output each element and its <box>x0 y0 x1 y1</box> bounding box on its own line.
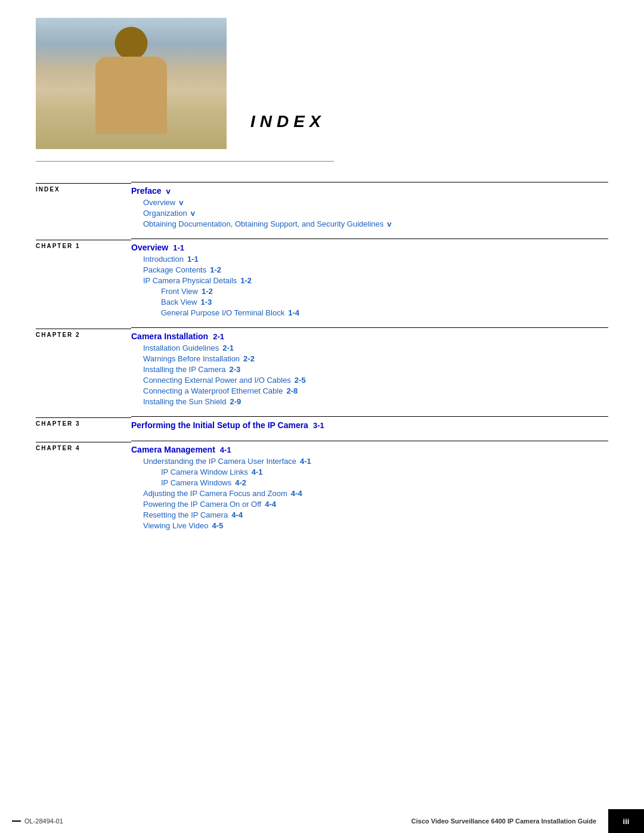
preface-title[interactable]: Preface <box>131 186 162 196</box>
obtaining-page: v <box>387 219 391 228</box>
ch3-title-line: Performing the Initial Setup of the IP C… <box>131 416 608 430</box>
warnings-link[interactable]: Warnings Before Installation <box>143 354 240 363</box>
ch1-content: Overview 1-1 Introduction 1-1 Package Co… <box>131 239 608 319</box>
ch2-title-line: Camera Installation 2-1 <box>131 327 608 341</box>
toc-sub-package: Package Contents 1-2 <box>131 265 608 274</box>
ch2-title[interactable]: Camera Installation <box>131 332 208 341</box>
ch3-title[interactable]: Performing the Initial Setup of the IP C… <box>131 420 308 430</box>
ch1-title[interactable]: Overview <box>131 243 168 252</box>
footer-page-number: iii <box>623 817 630 826</box>
header-image <box>36 18 227 149</box>
install-guidelines-link[interactable]: Installation Guidelines <box>143 343 219 352</box>
warnings-page: 2-2 <box>243 354 255 363</box>
ch2-content: Camera Installation 2-1 Installation Gui… <box>131 327 608 408</box>
ch1-label: Chapter 1 <box>36 239 131 319</box>
front-link[interactable]: Front View <box>161 287 198 296</box>
ch1-title-line: Overview 1-1 <box>131 239 608 252</box>
install-guidelines-page: 2-1 <box>222 343 234 352</box>
preface-title-line: Preface v <box>131 182 608 196</box>
intro-page: 1-1 <box>187 255 199 264</box>
ch2-page: 2-1 <box>213 332 224 341</box>
ch4-page: 4-1 <box>220 445 231 454</box>
back-link[interactable]: Back View <box>161 298 197 306</box>
windows-page: 4-2 <box>235 478 246 487</box>
person-image <box>36 18 227 149</box>
ch2-entry: Camera Installation 2-1 <box>131 327 608 341</box>
ch2-label-line: Chapter 2 <box>36 329 131 338</box>
footer-center: Cisco Video Surveillance 6400 IP Camera … <box>119 817 608 825</box>
live-video-link[interactable]: Viewing Live Video <box>143 521 208 530</box>
toc-sub-front: Front View 1-2 <box>131 287 608 296</box>
toc-sub-window-links: IP Camera Window Links 4-1 <box>131 467 608 476</box>
toc-sub-back: Back View 1-3 <box>131 298 608 306</box>
toc-sub-sunshield: Installing the Sun Shield 2-9 <box>131 397 608 406</box>
reset-link[interactable]: Resetting the IP Camera <box>143 510 228 519</box>
front-page: 1-2 <box>202 287 213 296</box>
ch2-label: Chapter 2 <box>36 327 131 408</box>
toc-section-preface: Index Preface v Overview v Organization … <box>36 182 608 230</box>
ch3-page: 3-1 <box>313 421 324 430</box>
toc-sub-power: Powering the IP Camera On or Off 4-4 <box>131 500 608 509</box>
focus-zoom-page: 4-4 <box>291 489 302 498</box>
toc-sub-obtaining: Obtaining Documentation, Obtaining Suppo… <box>131 219 608 228</box>
page-container: INDEX Index Preface v Overview <box>0 0 644 833</box>
toc-sub-waterproof: Connecting a Waterproof Ethernet Cable 2… <box>131 386 608 395</box>
physical-page: 1-2 <box>240 276 252 285</box>
ui-link[interactable]: Understanding the IP Camera User Interfa… <box>143 457 296 466</box>
toc-sub-focus-zoom: Adjusting the IP Camera Focus and Zoom 4… <box>131 489 608 498</box>
live-video-page: 4-5 <box>212 521 223 530</box>
person-head <box>115 27 148 60</box>
toc-section-ch1: Chapter 1 Overview 1-1 Introduction 1-1 … <box>36 239 608 319</box>
overview-page: v <box>179 198 183 207</box>
ui-page: 4-1 <box>300 457 311 466</box>
overview-link[interactable]: Overview <box>143 198 175 207</box>
footer-left: OL-28494-01 <box>0 817 119 825</box>
sunshield-page: 2-9 <box>230 397 241 406</box>
ch4-content: Camera Management 4-1 Understanding the … <box>131 441 608 532</box>
toc-sub-overview: Overview v <box>131 198 608 207</box>
obtaining-link[interactable]: Obtaining Documentation, Obtaining Suppo… <box>143 219 383 228</box>
waterproof-page: 2-8 <box>286 386 298 395</box>
ch3-content: Performing the Initial Setup of the IP C… <box>131 416 608 432</box>
reset-page: 4-4 <box>231 510 243 519</box>
waterproof-link[interactable]: Connecting a Waterproof Ethernet Cable <box>143 386 283 395</box>
toc-section-ch2: Chapter 2 Camera Installation 2-1 Instal… <box>36 327 608 408</box>
install-cam-link[interactable]: Installing the IP Camera <box>143 365 226 374</box>
windows-link[interactable]: IP Camera Windows <box>161 478 231 487</box>
ch1-entry: Overview 1-1 <box>131 239 608 252</box>
footer-title: Cisco Video Surveillance 6400 IP Camera … <box>411 817 596 825</box>
gpio-link[interactable]: General Purpose I/O Terminal Block <box>161 308 284 317</box>
ch4-entry: Camera Management 4-1 <box>131 441 608 454</box>
ext-power-page: 2-5 <box>295 376 306 385</box>
window-links-link[interactable]: IP Camera Window Links <box>161 467 248 476</box>
toc-sub-ui: Understanding the IP Camera User Interfa… <box>131 457 608 466</box>
gpio-page: 1-4 <box>288 308 299 317</box>
package-link[interactable]: Package Contents <box>143 265 206 274</box>
power-link[interactable]: Powering the IP Camera On or Off <box>143 500 261 509</box>
index-title: INDEX <box>250 112 326 131</box>
preface-content: Preface v Overview v Organization v Obta… <box>131 182 608 230</box>
ch3-entry: Performing the Initial Setup of the IP C… <box>131 416 608 430</box>
organization-page: v <box>191 209 195 218</box>
toc-sub-ext-power: Connecting External Power and I/O Cables… <box>131 376 608 385</box>
ch4-title[interactable]: Camera Management <box>131 445 215 454</box>
sunshield-link[interactable]: Installing the Sun Shield <box>143 397 226 406</box>
toc-sub-gpio: General Purpose I/O Terminal Block 1-4 <box>131 308 608 317</box>
intro-link[interactable]: Introduction <box>143 255 184 264</box>
preface-page: v <box>166 187 171 196</box>
organization-link[interactable]: Organization <box>143 209 187 218</box>
toc-section-ch3: Chapter 3 Performing the Initial Setup o… <box>36 416 608 432</box>
ext-power-link[interactable]: Connecting External Power and I/O Cables <box>143 376 291 385</box>
index-title-area: INDEX <box>250 112 326 149</box>
footer-right: iii <box>608 809 644 833</box>
footer-rule <box>12 820 21 822</box>
ch1-label-line: Chapter 1 <box>36 240 131 249</box>
physical-link[interactable]: IP Camera Physical Details <box>143 276 237 285</box>
focus-zoom-link[interactable]: Adjusting the IP Camera Focus and Zoom <box>143 489 287 498</box>
toc-sub-install-guidelines: Installation Guidelines 2-1 <box>131 343 608 352</box>
toc-sub-reset: Resetting the IP Camera 4-4 <box>131 510 608 519</box>
content-area: Index Preface v Overview v Organization … <box>0 162 644 574</box>
toc-sub-windows: IP Camera Windows 4-2 <box>131 478 608 487</box>
preface-entry: Preface v <box>131 182 608 196</box>
toc-sub-organization: Organization v <box>131 209 608 218</box>
